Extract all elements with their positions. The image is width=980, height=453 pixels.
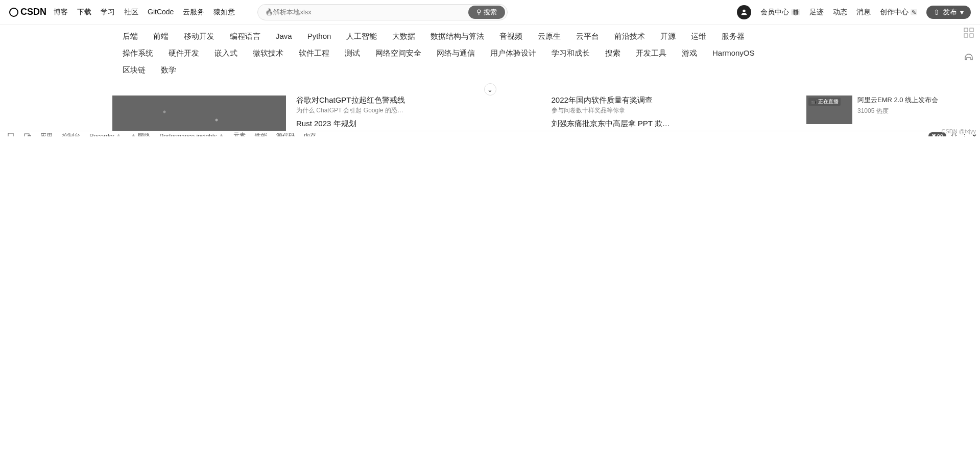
tab-memory[interactable]: 内存 (299, 131, 321, 136)
nav-yuanruyi[interactable]: 猿如意 (213, 8, 235, 17)
message-link[interactable]: 消息 (856, 8, 871, 17)
avatar[interactable] (737, 5, 751, 19)
footprint-link[interactable]: 足迹 (809, 8, 824, 17)
warning-icon: ⚠ (131, 133, 136, 137)
tab-application[interactable]: 应用 (36, 131, 57, 136)
category-link[interactable]: 游戏 (682, 49, 697, 58)
warning-icon: ⚠ (219, 133, 224, 137)
promo-thumbnail: 📺 正在直播 (806, 96, 852, 124)
dynamic-link[interactable]: 动态 (833, 8, 847, 17)
inspect-button[interactable] (3, 131, 19, 136)
nav-community[interactable]: 社区 (124, 8, 138, 17)
svg-point-0 (743, 9, 746, 12)
category-link[interactable]: 学习和成长 (552, 49, 590, 58)
news-subtitle: 为什么 ChatGPT 会引起 Google 的恐… (296, 106, 541, 115)
promo-heat: 31005 热度 (857, 107, 938, 115)
category-link[interactable]: 后端 (123, 32, 138, 41)
tab-performance[interactable]: 性能 (250, 131, 272, 136)
tab-network[interactable]: ⚠ 网络 (126, 131, 155, 136)
category-row: 区块链数学 (123, 65, 960, 75)
tab-elements[interactable]: 元素 (229, 131, 250, 136)
watermark: CSDN @txjyy (942, 128, 976, 134)
tab-recorder[interactable]: Recorder ⚠ (85, 131, 126, 136)
fire-icon: 🔥 (265, 8, 273, 16)
category-link[interactable]: 搜索 (605, 49, 620, 58)
category-link[interactable]: HarmonyOS (712, 49, 755, 58)
category-link[interactable]: 用户体验设计 (490, 49, 536, 58)
primary-nav: 博客 下载 学习 社区 GitCode 云服务 猿如意 (54, 8, 235, 17)
tab-sources[interactable]: 源代码 (272, 131, 299, 136)
category-link[interactable]: 编程语言 (230, 32, 260, 41)
home-content: 谷歌对ChatGPT拉起红色警戒线 为什么 ChatGPT 会引起 Google… (0, 96, 980, 136)
category-link[interactable]: Python (307, 32, 331, 41)
nav-blog[interactable]: 博客 (54, 8, 68, 17)
category-link[interactable]: 服务器 (722, 32, 745, 41)
category-link[interactable]: 区块链 (123, 65, 146, 75)
category-link[interactable]: Java (276, 32, 292, 41)
nav-learn[interactable]: 学习 (101, 8, 115, 17)
news-item[interactable]: Rust 2023 年规划 (296, 119, 541, 129)
category-link[interactable]: 运维 (691, 32, 706, 41)
member-link[interactable]: 会员中心 🎁 (760, 8, 800, 17)
category-link[interactable]: 硬件开发 (169, 49, 199, 58)
category-link[interactable]: 软件工程 (299, 49, 329, 58)
category-link[interactable]: 移动开发 (184, 32, 214, 41)
qrcode-button[interactable] (962, 26, 976, 40)
publish-label: 发布 (943, 8, 957, 17)
logo-icon (9, 8, 18, 17)
search-button[interactable]: ⚲ 搜索 (468, 6, 505, 19)
category-link[interactable]: 开源 (660, 32, 676, 41)
category-link[interactable]: 开发工具 (636, 49, 666, 58)
category-link[interactable]: 数据结构与算法 (431, 32, 484, 41)
create-link[interactable]: 创作中心 ✎ (880, 8, 917, 17)
news-item[interactable]: 刘强东痛批京东中高层拿 PPT 欺… (552, 119, 797, 129)
category-link[interactable]: 网络空间安全 (375, 49, 421, 58)
live-badge: 📺 正在直播 (808, 98, 841, 106)
svg-rect-4 (970, 34, 973, 37)
category-link[interactable]: 前沿技术 (614, 32, 645, 41)
promo-title: 阿里云EMR 2.0 线上发布会 (857, 96, 938, 105)
user-nav: 会员中心 🎁 足迹 动态 消息 创作中心 ✎ ⇧ 发布 ▾ (737, 5, 971, 19)
headset-icon (963, 52, 974, 63)
nav-gitcode[interactable]: GitCode (148, 8, 174, 17)
news-item[interactable]: 2022年国内软件质量有奖调查 参与问卷数十样奖品等你拿 (552, 96, 797, 115)
category-link[interactable]: 微软技术 (253, 49, 283, 58)
nav-cloud[interactable]: 云服务 (183, 8, 204, 17)
publish-button[interactable]: ⇧ 发布 ▾ (926, 6, 971, 19)
search-label: 搜索 (484, 8, 497, 17)
expand-categories-button[interactable]: ⌄ (484, 83, 496, 96)
search-box: 🔥 ⚲ 搜索 (257, 4, 508, 20)
category-link[interactable]: 前端 (153, 32, 169, 41)
category-link[interactable]: 操作系统 (123, 49, 153, 58)
category-nav: 后端前端移动开发编程语言JavaPython人工智能大数据数据结构与算法音视频云… (0, 25, 980, 89)
category-link[interactable]: 嵌入式 (214, 49, 237, 58)
site-logo[interactable]: CSDN (9, 7, 46, 17)
qrcode-icon (964, 28, 974, 38)
live-promo[interactable]: 📺 正在直播 阿里云EMR 2.0 线上发布会 31005 热度 (806, 96, 960, 136)
svg-rect-2 (970, 28, 973, 32)
category-link[interactable]: 人工智能 (346, 32, 377, 41)
category-link[interactable]: 数学 (161, 65, 176, 75)
news-subtitle: 参与问卷数十样奖品等你拿 (552, 106, 797, 115)
category-link[interactable]: 云平台 (576, 32, 599, 41)
category-link[interactable]: 测试 (345, 49, 360, 58)
floating-toolbar (962, 26, 976, 64)
device-button[interactable] (19, 131, 36, 136)
tab-console[interactable]: 控制台 (57, 131, 85, 136)
support-button[interactable] (962, 50, 976, 64)
news-title: 2022年国内软件质量有奖调查 (552, 96, 797, 105)
news-item[interactable]: 谷歌对ChatGPT拉起红色警戒线 为什么 ChatGPT 会引起 Google… (296, 96, 541, 115)
category-link[interactable]: 云原生 (538, 32, 561, 41)
category-link[interactable]: 网络与通信 (437, 49, 475, 58)
logo-text: CSDN (20, 7, 46, 17)
nav-download[interactable]: 下载 (77, 8, 91, 17)
news-title: 谷歌对ChatGPT拉起红色警戒线 (296, 96, 541, 105)
category-link[interactable]: 大数据 (392, 32, 415, 41)
search-input[interactable] (273, 8, 468, 16)
chevron-down-icon: ⌄ (487, 86, 493, 93)
tab-perf-insights[interactable]: Performance insights ⚠ (155, 131, 229, 136)
chevron-down-icon: ▾ (960, 8, 964, 16)
category-link[interactable]: 音视频 (499, 32, 522, 41)
search-icon: ⚲ (476, 8, 482, 16)
carousel[interactable] (112, 96, 286, 136)
